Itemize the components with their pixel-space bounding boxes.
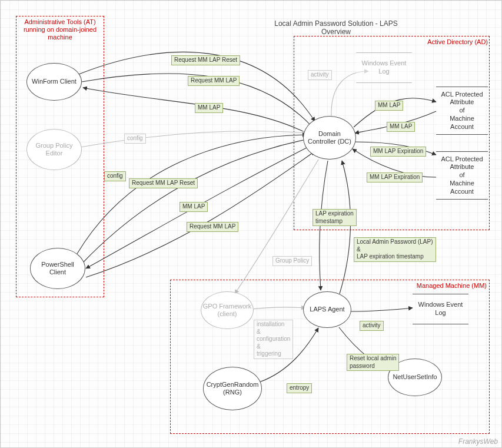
diagram-title: Local Admin Password Solution - LAPS Ove… xyxy=(260,19,413,36)
node-domain-controller: Domain Controller (DC) xyxy=(303,116,356,160)
node-gpo-framework-client: GPO Framework (client) xyxy=(201,291,254,329)
label-entropy: entropy xyxy=(287,383,312,393)
node-laps-agent: LAPS Agent xyxy=(303,291,351,328)
label-config-ps: config xyxy=(104,171,126,181)
node-cryptgenrandom: CryptGenRandom (RNG) xyxy=(203,367,262,410)
label-lap-expiration-timestamp: LAP expiration timestamp xyxy=(312,209,357,226)
group-label-at: Administrative Tools (AT) running on dom… xyxy=(18,18,102,42)
label-mm-lap-expiration-a: MM LAP Expiration xyxy=(370,147,426,157)
watermark: FrankysWeb xyxy=(458,437,498,446)
label-lap-and-expiration: Local Admin Password (LAP) & LAP expirat… xyxy=(354,237,436,262)
label-mm-lap-acl1a: MM LAP xyxy=(375,101,403,111)
node-powershell-client: PowerShell Client xyxy=(30,248,85,289)
block-windows-event-log-ad: Windows Event Log xyxy=(356,52,412,83)
group-label-mm: Managed Machine (MM) xyxy=(405,282,487,290)
label-request-mm-lap-reset-wf: Request MM LAP Reset xyxy=(171,55,240,65)
label-mm-lap-ps: MM LAP xyxy=(179,202,208,212)
label-config-gpe: config xyxy=(124,134,146,144)
label-mm-lap-acl1b: MM LAP xyxy=(387,122,415,132)
block-acl-attribute-2: ACL Protected Attribute of Machine Accou… xyxy=(436,151,488,200)
label-request-mm-lap-ps: Request MM LAP xyxy=(187,222,238,232)
block-windows-event-log-mm: Windows Event Log xyxy=(413,294,468,324)
label-activity-mm: activity xyxy=(360,321,384,331)
label-mm-lap-expiration-b: MM LAP Expiration xyxy=(367,172,423,182)
label-mm-lap-wf: MM LAP xyxy=(195,103,223,113)
label-request-mm-lap-reset-ps: Request MM LAP Reset xyxy=(129,178,198,188)
node-group-policy-editor: Group Policy Editor xyxy=(26,129,82,170)
label-request-mm-lap-wf: Request MM LAP xyxy=(188,76,240,86)
block-acl-attribute-1: ACL Protected Attribute of Machine Accou… xyxy=(436,87,488,135)
label-activity-ad: activity xyxy=(308,70,332,80)
node-winform-client: WinForm Client xyxy=(26,63,82,101)
label-installation-configuration-triggering: installation & configuration & triggerin… xyxy=(254,320,293,359)
label-group-policy: Group Policy xyxy=(272,256,312,266)
group-label-ad: Active Directory (AD) xyxy=(422,38,488,46)
laps-overview-diagram: Local Admin Password Solution - LAPS Ove… xyxy=(0,0,502,448)
label-reset-local-admin-password: Reset local admin password xyxy=(347,354,399,371)
